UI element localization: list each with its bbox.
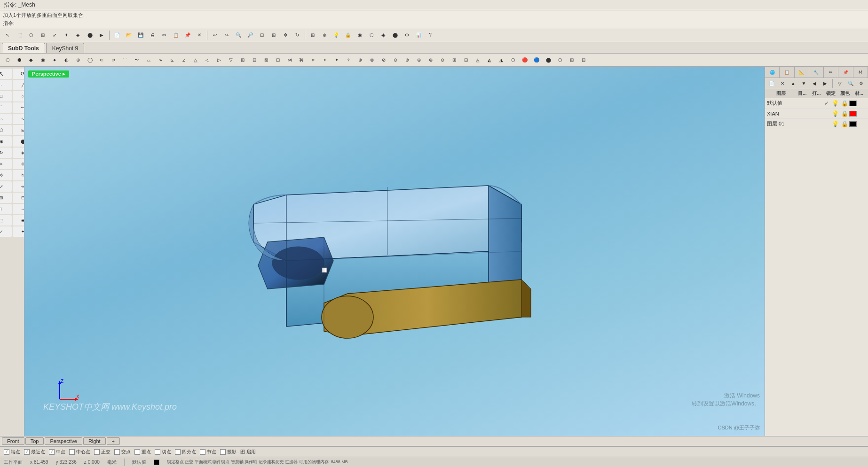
subd-btn31[interactable]: ⊕ — [355, 54, 366, 66]
subd-btn6[interactable]: ◐ — [61, 54, 72, 66]
grid-btn[interactable]: ⊞ — [307, 30, 318, 41]
star-btn[interactable]: ✦ — [13, 226, 25, 237]
surface-tool-btn[interactable]: ◈ — [72, 30, 84, 41]
subd-btn28[interactable]: ⌖ — [319, 54, 331, 66]
obj-btn[interactable]: ⬤ — [389, 30, 401, 41]
subd-btn29[interactable]: ✦ — [331, 54, 342, 66]
subd-btn35[interactable]: ⊚ — [402, 54, 413, 66]
cb-proj[interactable] — [220, 449, 226, 455]
copy-btn[interactable]: 📋 — [170, 30, 181, 41]
loft-btn[interactable]: ◈ — [13, 148, 25, 158]
layer-row-01[interactable]: 图层 01 💡 🔒 — [765, 119, 868, 129]
tab-keyshot[interactable]: KeyShot 9 — [46, 43, 84, 53]
subd-btn47[interactable]: ⬤ — [543, 54, 554, 66]
snap-ortho[interactable]: 正交 — [94, 449, 110, 455]
curve-tool-btn[interactable]: ✦ — [61, 30, 72, 41]
cb-nearest[interactable]: ✓ — [24, 449, 30, 455]
mesh-btn[interactable]: ⬡ — [366, 30, 377, 41]
snap-perp[interactable]: 重点 — [134, 449, 151, 455]
subd-btn3[interactable]: ◆ — [25, 54, 37, 66]
render-btn[interactable]: ◉ — [354, 30, 365, 41]
layer-lock-default[interactable]: 🔒 — [840, 100, 849, 107]
cb-knot[interactable] — [200, 449, 205, 455]
sphere-btn[interactable]: ◉ — [378, 30, 389, 41]
subd-btn13[interactable]: ⌓ — [143, 54, 154, 66]
redo-btn[interactable]: ↪ — [221, 30, 232, 41]
layer-visible-01[interactable]: 💡 — [830, 121, 840, 127]
cb-ortho[interactable] — [94, 449, 100, 455]
subd-btn14[interactable]: ∿ — [155, 54, 166, 66]
perspective-badge[interactable]: Perspective ▸ — [28, 70, 69, 78]
cb-intersect[interactable] — [114, 449, 120, 455]
view-tab-perspective[interactable]: Perspective — [45, 437, 82, 445]
subd-btn33[interactable]: ⊘ — [378, 54, 389, 66]
view-tab-right[interactable]: Right — [83, 437, 106, 445]
select2-btn[interactable]: ⟳ — [13, 69, 25, 79]
more-btn[interactable]: ▶ — [96, 30, 107, 41]
subd-btn42[interactable]: ◭ — [484, 54, 495, 66]
select-tool3-btn[interactable]: ⬡ — [25, 30, 37, 41]
point-btn[interactable]: · — [0, 80, 12, 90]
rp-new-btn[interactable]: 📄 — [767, 78, 777, 89]
layer-visible-xian[interactable]: 💡 — [830, 110, 840, 117]
polyline-btn[interactable]: ⌓ — [0, 114, 12, 124]
layer-color-default[interactable] — [849, 101, 857, 106]
select-tool4-btn[interactable]: ⊞ — [37, 30, 48, 41]
print-btn[interactable]: 🖨 — [147, 30, 158, 41]
subd-btn9[interactable]: ⊂ — [96, 54, 107, 66]
snap-nearest[interactable]: ✓ 最近点 — [24, 449, 45, 455]
undo-btn[interactable]: ↩ — [209, 30, 221, 41]
paste-btn[interactable]: 📌 — [182, 30, 193, 41]
group-btn[interactable]: ⊟ — [13, 193, 25, 203]
zoom-win-btn[interactable]: ⊞ — [268, 30, 279, 41]
zoom-ext-btn[interactable]: ⊡ — [256, 30, 268, 41]
cb-tan[interactable] — [155, 449, 160, 455]
subd-btn2[interactable]: ⬢ — [14, 54, 25, 66]
subd-btn1[interactable]: ⬡ — [2, 54, 13, 66]
rpanel-tab-edit[interactable]: ✏ — [824, 67, 838, 78]
zoom-out-btn[interactable]: 🔎 — [245, 30, 256, 41]
settings-btn[interactable]: ⚙ — [401, 30, 412, 41]
rp-right-btn[interactable]: ▶ — [820, 78, 830, 89]
help-btn[interactable]: ? — [425, 30, 436, 41]
material-btn[interactable]: 🔒 — [342, 30, 354, 41]
subd-btn7[interactable]: ⊕ — [72, 54, 84, 66]
freeform-btn[interactable]: ∿ — [13, 114, 25, 124]
subd-btn37[interactable]: ⊜ — [425, 54, 436, 66]
view-tab-top[interactable]: Top — [25, 437, 44, 445]
rp-up-btn[interactable]: ▲ — [788, 78, 798, 89]
mesh-btn-s[interactable]: ⊞ — [13, 125, 25, 135]
scale-btn[interactable]: ⤢ — [0, 181, 12, 192]
subd-btn17[interactable]: △ — [190, 54, 201, 66]
mirror-btn[interactable]: ⇔ — [13, 181, 25, 192]
subd-btn32[interactable]: ⊗ — [366, 54, 378, 66]
layer-row-default[interactable]: 默认值 ✓ 💡 🔒 — [765, 98, 868, 109]
line-btn[interactable]: ╱ — [13, 80, 25, 90]
light-btn[interactable]: 💡 — [331, 30, 342, 41]
subd-btn21[interactable]: ⊞ — [237, 54, 248, 66]
render2-btn[interactable]: ◉ — [13, 215, 25, 226]
rpanel-tab-display[interactable]: 🌐 — [765, 67, 780, 78]
dim-btn[interactable]: ↔ — [13, 204, 25, 214]
subd-btn46[interactable]: 🔵 — [531, 54, 542, 66]
subd-btn27[interactable]: ⌗ — [308, 54, 319, 66]
subd-btn4[interactable]: ◉ — [37, 54, 48, 66]
open-btn[interactable]: 📂 — [123, 30, 134, 41]
arc-btn[interactable]: ⌒ — [0, 102, 12, 113]
snap-btn[interactable]: ⊕ — [319, 30, 330, 41]
subd-btn48[interactable]: ⬡ — [554, 54, 566, 66]
subd-btn15[interactable]: ⊾ — [166, 54, 178, 66]
layer-row-xian[interactable]: XIAN 💡 🔒 — [765, 109, 868, 119]
subd-btn23[interactable]: ⊠ — [260, 54, 272, 66]
subd-btn49[interactable]: ⊞ — [566, 54, 577, 66]
subd-btn24[interactable]: ⊡ — [272, 54, 284, 66]
transform-btn[interactable]: ⤢ — [49, 30, 60, 41]
delete-btn[interactable]: ✕ — [194, 30, 205, 41]
pan-btn[interactable]: ✥ — [280, 30, 291, 41]
subd-btn20[interactable]: ▽ — [225, 54, 237, 66]
layer-lock-xian[interactable]: 🔒 — [840, 110, 849, 117]
zoom-in-btn[interactable]: 🔍 — [233, 30, 244, 41]
extrude-btn[interactable]: ⬤ — [13, 136, 25, 147]
rotate2-btn[interactable]: ↻ — [13, 170, 25, 180]
subd-btn11[interactable]: ⌒ — [119, 54, 131, 66]
